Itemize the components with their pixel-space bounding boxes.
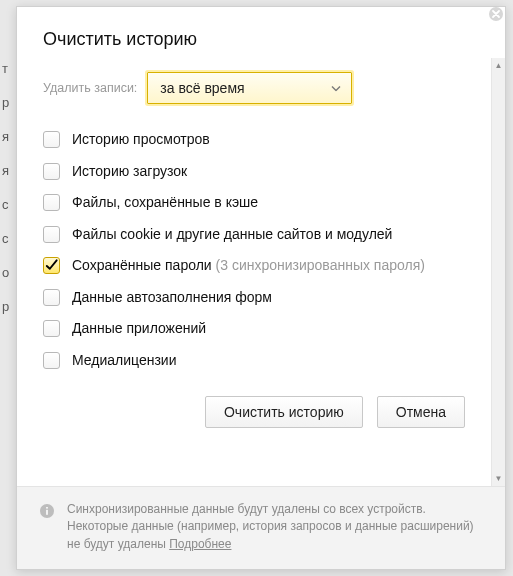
cancel-button-label: Отмена: [396, 404, 446, 420]
checkbox[interactable]: [43, 194, 60, 211]
scroll-up-button[interactable]: ▲: [492, 58, 505, 72]
footer-message: Синхронизированные данные будут удалены …: [67, 502, 474, 551]
option-row[interactable]: Медиалицензии: [43, 345, 465, 377]
option-sublabel: (3 синхронизированных пароля): [212, 257, 425, 273]
chevron-down-icon: [331, 83, 341, 94]
period-label: Удалить записи:: [43, 81, 137, 95]
period-row: Удалить записи: за всё время: [43, 72, 465, 104]
option-label: Историю просмотров: [72, 131, 210, 149]
checkbox[interactable]: [43, 320, 60, 337]
svg-rect-3: [46, 507, 48, 509]
svg-rect-2: [46, 510, 48, 515]
button-row: Очистить историю Отмена: [43, 376, 465, 446]
option-row[interactable]: Данные автозаполнения форм: [43, 282, 465, 314]
info-icon: [39, 503, 55, 519]
dialog-title: Очистить историю: [43, 29, 479, 50]
checkbox[interactable]: [43, 257, 60, 274]
scroll-down-button[interactable]: ▼: [492, 472, 505, 486]
dialog-content: Удалить записи: за всё время Историю про…: [17, 50, 491, 486]
checkbox[interactable]: [43, 163, 60, 180]
option-label: Файлы, сохранённые в кэше: [72, 194, 258, 212]
cancel-button[interactable]: Отмена: [377, 396, 465, 428]
option-row[interactable]: Историю просмотров: [43, 124, 465, 156]
learn-more-link[interactable]: Подробнее: [169, 537, 231, 551]
checkbox[interactable]: [43, 352, 60, 369]
close-button[interactable]: [485, 5, 507, 27]
option-row[interactable]: Данные приложений: [43, 313, 465, 345]
option-label: Данные автозаполнения форм: [72, 289, 272, 307]
period-selected-value: за всё время: [160, 80, 244, 96]
option-label: Историю загрузок: [72, 163, 187, 181]
option-label: Файлы cookie и другие данные сайтов и мо…: [72, 226, 392, 244]
checkbox[interactable]: [43, 289, 60, 306]
options-list: Историю просмотровИсторию загрузокФайлы,…: [43, 124, 465, 376]
option-row[interactable]: Файлы, сохранённые в кэше: [43, 187, 465, 219]
option-label: Медиалицензии: [72, 352, 177, 370]
checkbox[interactable]: [43, 131, 60, 148]
clear-history-button-label: Очистить историю: [224, 404, 344, 420]
dialog-footer: Синхронизированные данные будут удалены …: [17, 486, 505, 569]
checkbox[interactable]: [43, 226, 60, 243]
period-select[interactable]: за всё время: [147, 72, 352, 104]
close-icon: [488, 6, 504, 26]
option-label: Данные приложений: [72, 320, 206, 338]
option-row[interactable]: Файлы cookie и другие данные сайтов и мо…: [43, 219, 465, 251]
footer-text: Синхронизированные данные будут удалены …: [67, 501, 483, 553]
dialog-header: Очистить историю: [17, 7, 505, 50]
option-row[interactable]: Историю загрузок: [43, 156, 465, 188]
scrollbar[interactable]: ▲ ▼: [491, 58, 505, 486]
option-row[interactable]: Сохранённые пароли (3 синхронизированных…: [43, 250, 465, 282]
option-label: Сохранённые пароли (3 синхронизированных…: [72, 257, 425, 275]
clear-history-button[interactable]: Очистить историю: [205, 396, 363, 428]
clear-history-dialog: Очистить историю Удалить записи: за всё …: [16, 6, 506, 570]
